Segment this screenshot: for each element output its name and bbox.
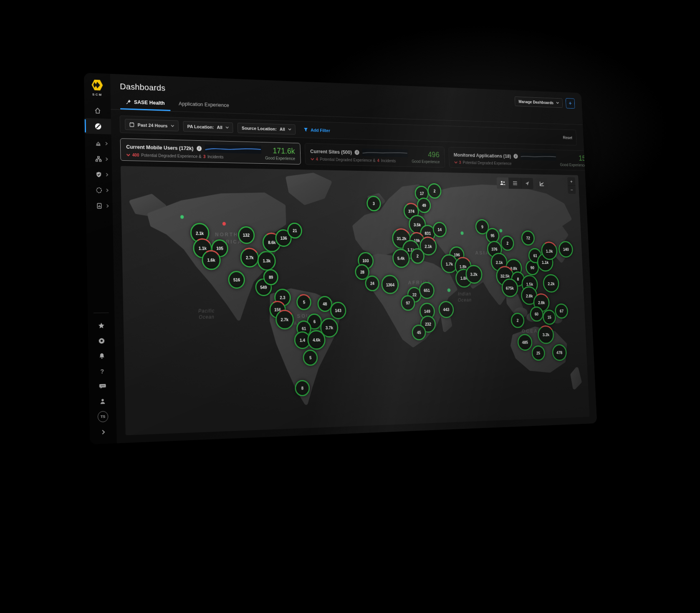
card-value: 15 [559, 154, 586, 162]
info-icon[interactable]: i [513, 154, 518, 159]
map-bubble[interactable]: 1.6k [202, 250, 221, 270]
map-bubble[interactable]: 21 [287, 223, 302, 238]
map-bubble[interactable]: 24 [365, 276, 379, 291]
map-bubble[interactable]: 1.3k [257, 251, 276, 271]
dashboards-gauge-icon [94, 122, 102, 130]
map-bubble[interactable]: 5 [296, 294, 311, 310]
sidebar-item-dashboards[interactable] [85, 118, 111, 134]
zoom-in-button[interactable]: + [567, 177, 575, 186]
map-bubble[interactable]: 2.7k [275, 309, 294, 329]
map-bubble[interactable]: 72 [521, 231, 535, 246]
sidebar-item-security[interactable] [85, 167, 112, 183]
stage: SCM [84, 73, 597, 444]
world-map[interactable]: NORTH AMERICASOUTH AMERICAAFRICAASIAOCEA… [121, 166, 590, 435]
tab-label: Application Experience [179, 101, 229, 108]
map-zoom-control: + − [567, 177, 576, 194]
map-status-dot [499, 229, 503, 233]
line-chart-icon [539, 181, 544, 187]
trend-down-icon [311, 157, 314, 160]
map-bubble[interactable]: 2.7k [240, 248, 259, 267]
chevron-right-icon [101, 429, 105, 435]
sidebar-item-favorites[interactable] [88, 318, 115, 333]
tab-application-experience[interactable]: Application Experience [173, 97, 235, 113]
map-bubble[interactable]: 4.6k [307, 330, 326, 350]
map-bubble[interactable]: 15 [542, 310, 556, 325]
sidebar-item-notifications[interactable] [88, 348, 116, 364]
sidebar-item-workflows[interactable] [85, 151, 112, 167]
map-bubble[interactable]: 89 [263, 269, 279, 286]
manage-dashboards-button[interactable]: Manage Dashboards [515, 96, 563, 108]
chevron-down-icon [225, 126, 229, 129]
info-icon[interactable]: i [197, 146, 202, 151]
map-bubble[interactable]: 8 [295, 380, 310, 396]
zoom-out-button[interactable]: − [568, 186, 576, 194]
chevron-right-icon [106, 172, 109, 177]
sidebar-item-settings[interactable] [88, 333, 115, 348]
reset-filters-button[interactable]: Reset [563, 135, 572, 139]
report-chart-icon [96, 202, 103, 210]
sidebar-item-user[interactable] [89, 393, 116, 410]
sidebar-avatar[interactable]: TS [89, 408, 116, 425]
chevron-right-icon [106, 188, 109, 193]
map-bubble[interactable]: 67 [555, 304, 569, 319]
map-bubble[interactable]: 2 [427, 183, 442, 198]
map-bubble[interactable]: 478 [552, 344, 567, 361]
map-view-toggle-group [497, 177, 533, 189]
sidebar-item-reports[interactable] [86, 198, 113, 214]
chevron-right-icon [105, 142, 108, 146]
sidebar-item-help[interactable]: ? [88, 363, 116, 379]
map-list-view-button[interactable] [509, 177, 521, 189]
add-dashboard-button[interactable]: + [566, 98, 575, 109]
sidebar-nav-group [85, 135, 113, 214]
card-value: 496 [411, 150, 440, 159]
map-bubble[interactable]: 2 [410, 248, 425, 264]
map-bubble[interactable]: 5 [303, 350, 318, 366]
map-bubble[interactable]: 45 [412, 324, 426, 340]
page-title: Dashboards [120, 81, 165, 93]
map-bubble[interactable]: 443 [438, 301, 454, 318]
map-bubble[interactable]: 2 [510, 313, 525, 328]
sidebar-item-feedback[interactable] [89, 378, 116, 394]
card-value-caption: Good Experience [265, 155, 295, 161]
map-bubble[interactable]: 143 [330, 302, 346, 319]
sidebar-item-home[interactable] [84, 102, 111, 119]
source-location-filter[interactable]: Source Location: All [238, 122, 296, 134]
map-bubble[interactable]: 5.4k [392, 249, 410, 268]
alarm-icon [95, 139, 102, 147]
chevron-down-icon [171, 124, 174, 127]
titlebar-actions: Manage Dashboards + [515, 96, 575, 109]
map-locate-button[interactable] [521, 178, 533, 189]
map-bubble[interactable]: 651 [419, 282, 435, 299]
brand-logo-text: SCM [92, 93, 102, 97]
map-bubble[interactable]: 3.2k [537, 325, 554, 344]
sidebar-item-monitor[interactable] [86, 182, 112, 198]
pa-location-filter[interactable]: PA Location: All [183, 121, 233, 132]
info-icon[interactable]: i [355, 149, 359, 155]
sidebar-item-incidents-alerts[interactable] [85, 135, 111, 152]
map-bubble[interactable]: 140 [558, 241, 574, 257]
kpi-card-monitored-applications[interactable]: Monitored Applications (18) i 3 Potentia… [448, 147, 591, 171]
time-range-filter[interactable]: Past 24 Hours [125, 119, 179, 132]
tab-sase-health[interactable]: SASE Health [120, 95, 170, 111]
chat-icon [99, 382, 106, 390]
kpi-card-current-mobile-users[interactable]: Current Mobile Users (172k) i 400 Potent… [120, 138, 301, 165]
sidebar-expand[interactable] [90, 424, 117, 440]
map-bubble[interactable]: 516 [228, 271, 245, 289]
map-bubble[interactable]: 485 [517, 334, 533, 351]
sparkline [205, 144, 261, 154]
map-bubble[interactable]: 25 [531, 345, 545, 361]
map-users-view-button[interactable] [497, 177, 510, 189]
map-bubble[interactable]: 3.2k [465, 265, 483, 284]
map-chart-view-button[interactable] [536, 178, 548, 189]
map-bubble[interactable]: 3 [366, 195, 381, 211]
map-bubble[interactable]: 97 [401, 295, 415, 311]
map-bubble[interactable]: 2 [500, 236, 515, 251]
map-bubble[interactable]: 2.2k [543, 274, 559, 293]
tab-label: SASE Health [134, 99, 165, 106]
kpi-card-current-sites[interactable]: Current Sites (500) i 4 Potential Degrad… [305, 143, 445, 168]
add-filter-button[interactable]: Add Filter [303, 127, 330, 133]
chevron-down-icon [556, 102, 559, 104]
map-bubble[interactable]: 14 [432, 222, 447, 237]
map-bubble[interactable]: 1364 [381, 275, 399, 294]
map-bubble[interactable]: 132 [238, 226, 255, 244]
